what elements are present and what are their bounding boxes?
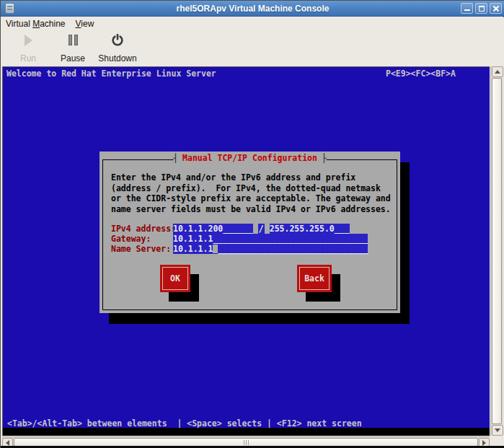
pause-icon [68,35,78,45]
pause-button[interactable]: Pause [54,33,92,63]
dialog-body-line: Enter the IPv4 and/or the IPv6 address a… [111,172,355,183]
window-title: rhel5ORApv Virtual Machine Console [1,4,504,14]
text-cursor [213,245,218,253]
run-icon [25,35,32,46]
back-button[interactable]: Back [297,265,332,292]
field-fill: ______________________________ [218,244,368,254]
gateway-row: Gateway:10.1.1.1________________________… [111,234,368,244]
dialog-body-line: (address / prefix). For IPv4, the dotted… [111,183,381,194]
gateway-input[interactable]: 10.1.1.1_______________________________ [173,234,368,244]
window-controls [461,3,502,14]
menu-label: Virtual [6,19,32,29]
field-fill: ______ [223,224,253,234]
screen-top-right-text: P<E9><FC><BF>A [386,69,456,79]
arrow-up-icon [495,70,500,74]
nameserver-value: 10.1.1.1 [173,244,213,254]
tcpip-config-dialog: ┤Manual TCP/IP Configuration├ Enter the … [100,151,400,313]
window-icon [5,3,14,14]
arrow-left-icon [6,440,9,446]
console-area: Welcome to Red Hat Enterprise Linux Serv… [1,66,504,448]
vertical-scroll-thumb[interactable] [492,78,502,424]
netmask-input[interactable]: 255.255.255.0___ [270,224,350,234]
maximize-icon [479,6,485,12]
dialog-title-text: Manual TCP/IP Configuration [178,153,322,163]
pause-label: Pause [61,53,85,63]
shutdown-button[interactable]: Shutdown [93,33,142,63]
titlebar[interactable]: rhel5ORApv Virtual Machine Console [1,1,504,17]
menu-label: M [32,19,40,29]
run-button[interactable]: Run [11,33,45,63]
screen-bottom-blank [3,428,490,436]
netmask-value: 255.255.255.0 [270,224,335,234]
menu-label: achine [40,19,65,29]
vm-console-window: rhel5ORApv Virtual Machine Console Virtu… [0,0,504,448]
title-tick-left: ┤ [173,153,178,163]
nameserver-label: Name Server: [111,244,173,254]
welcome-text: Welcome to Red Hat Enterprise Linux Serv… [6,69,216,79]
minimize-button[interactable] [461,3,473,14]
vm-screen[interactable]: Welcome to Red Hat Enterprise Linux Serv… [2,66,490,436]
menu-label: iew [81,19,94,29]
scroll-down-button[interactable] [492,425,503,436]
shutdown-label: Shutdown [98,53,136,63]
title-tick-right: ├ [322,153,327,163]
scroll-up-button[interactable] [492,66,503,77]
field-fill: _______________________________ [213,234,368,244]
vertical-scrollbar[interactable] [490,66,503,436]
minimize-icon [464,9,470,11]
back-button-label: Back [304,273,324,284]
maximize-button[interactable] [475,3,487,14]
help-bar-text: <Tab>/<Alt-Tab> between elements | <Spac… [7,418,362,429]
close-button[interactable] [490,3,502,14]
toolbar: Run Pause Shutdown [1,30,504,66]
dialog-body-line: or the CIDR-style prefix are acceptable.… [111,193,391,204]
ipv4-address-input[interactable]: 10.1.1.200______ [173,224,253,234]
menubar: Virtual Machine View [1,17,504,30]
dialog-title: ┤Manual TCP/IP Configuration├ [173,153,327,163]
menu-view[interactable]: View [71,18,100,30]
menu-virtual-machine[interactable]: Virtual Machine [1,18,71,30]
ipv4-row: IPv4 address:10.1.1.200______/255.255.25… [111,224,350,234]
run-label: Run [20,53,36,63]
prefix-separator: / [258,224,265,234]
field-fill: ___ [335,224,350,234]
gateway-label: Gateway: [111,234,173,244]
ok-button[interactable]: OK [160,265,190,292]
shutdown-icon [111,34,124,46]
arrow-right-icon [482,440,486,446]
ok-button-label: OK [170,273,180,284]
gateway-value: 10.1.1.1 [173,234,213,244]
ipv4-address-value: 10.1.1.200 [173,224,223,234]
nameserver-row: Name Server:10.1.1.1____________________… [111,244,368,254]
dialog-body-line: name server fields must be valid IPv4 or… [111,204,391,215]
ipv4-address-label: IPv4 address: [111,224,173,234]
nameserver-input[interactable]: 10.1.1.1______________________________ [173,244,368,254]
arrow-down-icon [495,429,500,432]
